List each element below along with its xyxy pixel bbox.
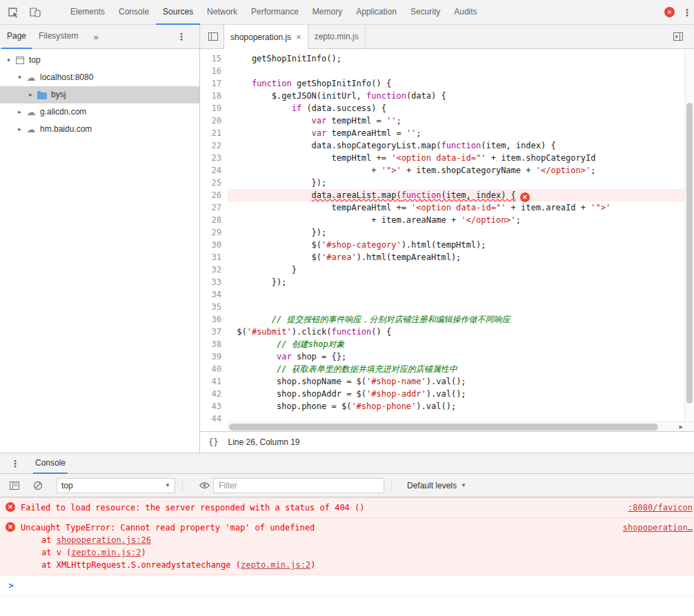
horizontal-scrollbar-thumb[interactable]: [229, 424, 658, 430]
overflow-tabs-icon[interactable]: »: [93, 32, 98, 42]
tab-console[interactable]: Console: [112, 0, 156, 25]
line-number[interactable]: 25: [200, 177, 228, 189]
source-link[interactable]: :8080/favicon: [628, 501, 693, 514]
line-number[interactable]: 32: [200, 264, 228, 276]
line-number[interactable]: 43: [200, 400, 228, 413]
debugger-panel-toggle-icon[interactable]: [669, 28, 687, 46]
console-filter-input[interactable]: [213, 478, 384, 493]
tree-item-bysj[interactable]: ▸bysj: [0, 86, 199, 103]
line-number[interactable]: 31: [200, 251, 228, 264]
line-number[interactable]: 40: [200, 363, 228, 375]
code-line: 37 $('#submit').click(function() {: [200, 326, 684, 338]
collapsed-arrow-icon[interactable]: ▸: [15, 103, 24, 121]
code-line: 43 shop.phone = $('#shop-phone').val();: [200, 400, 684, 413]
tab-audits[interactable]: Audits: [447, 0, 484, 25]
main-menu-icon[interactable]: ⋮: [680, 7, 694, 18]
code-line: 30 $('#shop-category').html(tempHtml);: [200, 239, 684, 251]
code-line: 35: [200, 301, 684, 313]
tree-item-label: localhost:8080: [40, 69, 93, 86]
collapsed-arrow-icon[interactable]: ▸: [15, 121, 24, 138]
line-number[interactable]: 33: [200, 276, 228, 288]
line-number[interactable]: 15: [200, 52, 228, 65]
tab-page[interactable]: Page: [1, 25, 32, 49]
code-text: }: [228, 264, 684, 276]
code-text: data.areaList.map(function(item, index) …: [228, 189, 684, 201]
expanded-arrow-icon[interactable]: ▾: [15, 69, 24, 86]
source-link[interactable]: shopoperation…: [623, 521, 693, 534]
navigator-more-icon[interactable]: ⋮: [175, 31, 188, 42]
expanded-arrow-icon[interactable]: ▾: [4, 52, 13, 69]
tab-console-drawer[interactable]: Console: [33, 453, 68, 474]
tab-sources[interactable]: Sources: [156, 0, 200, 25]
line-number[interactable]: 22: [200, 139, 228, 152]
line-number[interactable]: 35: [200, 301, 228, 313]
stack-frame-text: ): [310, 560, 315, 570]
stack-frame-link[interactable]: zepto.min.js:2: [71, 548, 141, 557]
code-text: var shop = {};: [228, 350, 684, 363]
folder-icon: [37, 91, 48, 99]
pretty-print-button[interactable]: {}: [208, 437, 218, 447]
line-number[interactable]: 16: [200, 65, 228, 77]
code-text: $('#area').html(tempAreaHtml);: [228, 251, 684, 264]
line-number[interactable]: 21: [200, 127, 228, 139]
horizontal-scrollbar[interactable]: ▸: [228, 421, 694, 431]
code-line: 28 + item.areaName + '</option>';: [200, 214, 684, 226]
line-number[interactable]: 18: [200, 90, 228, 102]
tree-item-g-alicdn-com[interactable]: ▸☁g.alicdn.com: [0, 103, 199, 121]
stack-frame-link[interactable]: shopoperation.js:26: [57, 535, 151, 545]
error-icon: ✕: [6, 522, 15, 532]
collapsed-arrow-icon[interactable]: ▸: [26, 86, 35, 103]
vertical-scrollbar[interactable]: [684, 49, 694, 421]
line-number[interactable]: 23: [200, 152, 228, 164]
log-levels-dropdown[interactable]: Default levels ▼: [407, 481, 466, 490]
line-number[interactable]: 34: [200, 288, 228, 301]
scroll-right-arrow-icon[interactable]: ▸: [679, 422, 683, 431]
tab-security[interactable]: Security: [404, 0, 447, 25]
tree-item-localhost-8080[interactable]: ▾☁localhost:8080: [0, 69, 199, 86]
console-sidebar-toggle-icon[interactable]: [6, 477, 23, 495]
vertical-scrollbar-thumb[interactable]: [686, 103, 693, 404]
error-count-badge[interactable]: ✕: [664, 7, 675, 17]
line-number[interactable]: 36: [200, 313, 228, 326]
code-text: // 获取表单里的数据并填充进对应的店铺属性中: [228, 363, 684, 375]
navigator-toggle-icon[interactable]: [204, 28, 222, 46]
line-number[interactable]: 38: [200, 338, 228, 350]
code-editor[interactable]: 15 getShopInitInfo();1617 function getSh…: [200, 49, 694, 421]
console-prompt-row[interactable]: >: [0, 575, 694, 596]
live-expression-eye-icon[interactable]: [195, 477, 213, 495]
line-number[interactable]: 27: [200, 201, 228, 214]
line-number[interactable]: 24: [200, 164, 228, 177]
tab-memory[interactable]: Memory: [306, 0, 349, 25]
line-number[interactable]: 30: [200, 239, 228, 251]
line-number[interactable]: 20: [200, 115, 228, 127]
code-text: });: [228, 226, 684, 239]
line-number[interactable]: 39: [200, 350, 228, 363]
stack-frame-link[interactable]: zepto.min.js:2: [241, 560, 310, 570]
javascript-context-selector[interactable]: top ▼: [57, 478, 175, 493]
tab-elements[interactable]: Elements: [63, 0, 112, 25]
tree-item-label: hm.baidu.com: [40, 121, 92, 138]
editor-tab-zepto-min-js[interactable]: zepto.min.js: [308, 25, 366, 48]
line-number[interactable]: 19: [200, 102, 228, 115]
line-number[interactable]: 42: [200, 388, 228, 400]
tree-item-top[interactable]: ▾top: [0, 52, 199, 69]
line-number[interactable]: 26: [200, 189, 228, 201]
line-number[interactable]: 17: [200, 77, 228, 90]
tab-application[interactable]: Application: [349, 0, 404, 25]
inspect-element-icon[interactable]: [4, 3, 22, 21]
tree-item-hm-baidu-com[interactable]: ▸☁hm.baidu.com: [0, 121, 199, 138]
tab-network[interactable]: Network: [200, 0, 244, 25]
tab-filesystem[interactable]: Filesystem: [33, 25, 83, 49]
editor-tab-shopoperation-js[interactable]: shopoperation.js×: [224, 25, 308, 49]
tab-performance[interactable]: Performance: [244, 0, 306, 25]
clear-console-icon[interactable]: [29, 477, 47, 495]
drawer-menu-icon[interactable]: ⋮: [8, 458, 22, 469]
line-number[interactable]: 41: [200, 375, 228, 388]
line-number[interactable]: 37: [200, 326, 228, 338]
device-toolbar-icon[interactable]: [26, 3, 44, 21]
line-number[interactable]: 29: [200, 226, 228, 239]
close-tab-icon[interactable]: ×: [296, 32, 301, 42]
line-number[interactable]: 44: [200, 413, 228, 421]
line-number[interactable]: 28: [200, 214, 228, 226]
code-line: 25 });: [200, 177, 684, 189]
